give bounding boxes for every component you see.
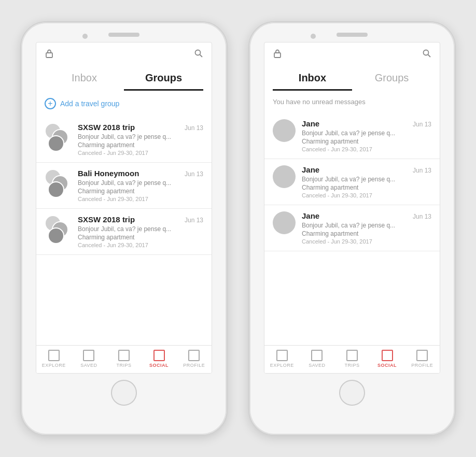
nav-label: SAVED	[80, 363, 97, 368]
avatar-group	[45, 123, 72, 150]
add-group-label: Add a travel group	[60, 99, 119, 108]
message-content: SXSW 2018 trip Jun 13 Bonjour Jubil, ca …	[78, 123, 203, 156]
message-property: Charming apartment	[302, 230, 431, 237]
sender-name: Jane	[302, 119, 319, 128]
nav-label: TRIPS	[344, 363, 359, 368]
nav-explore-1[interactable]: EXPLORE	[41, 350, 67, 368]
message-date: Jun 13	[413, 121, 431, 128]
avatar	[273, 165, 296, 188]
home-button-2[interactable]	[339, 380, 365, 406]
search-icon-1[interactable]	[194, 49, 203, 61]
explore-icon	[276, 350, 288, 361]
phone-1: Inbox Groups + Add a travel group	[20, 21, 228, 436]
nav-profile-1[interactable]: PROFILE	[181, 350, 207, 368]
nav-saved-2[interactable]: SAVED	[304, 350, 330, 368]
nav-explore-2[interactable]: EXPLORE	[269, 350, 295, 368]
group-name: SXSW 2018 trip	[78, 123, 135, 132]
list-item[interactable]: SXSW 2018 trip Jun 13 Bonjour Jubil, ca …	[36, 117, 212, 163]
screen-body-2: You have no unread messages Jane Jun 13 …	[264, 91, 440, 345]
add-group-icon: +	[45, 98, 56, 109]
message-property: Charming apartment	[302, 184, 431, 191]
message-content: Jane Jun 13 Bonjour Jubil, ca va? je pen…	[302, 211, 431, 245]
nav-label: PROFILE	[411, 363, 433, 368]
message-date: Jun 13	[185, 170, 203, 178]
message-property: Charming apartment	[302, 138, 431, 145]
message-preview: Bonjour Jubil, ca va? je pense q...	[78, 133, 203, 140]
home-button-1[interactable]	[111, 380, 137, 406]
nav-trips-2[interactable]: TRIPS	[339, 350, 365, 368]
nav-label: EXPLORE	[42, 363, 66, 368]
lock-icon-1	[45, 49, 54, 61]
nav-social-2[interactable]: SOCIAL	[374, 350, 400, 368]
search-icon-2[interactable]	[422, 49, 431, 61]
message-property: Charming apartment	[78, 234, 203, 241]
nav-social-1[interactable]: SOCIAL	[146, 350, 172, 368]
message-top: SXSW 2018 trip Jun 13	[78, 123, 203, 132]
message-top: Jane Jun 13	[302, 165, 431, 174]
group-name: SXSW 2018 trip	[78, 215, 135, 224]
tabs-2: Inbox Groups	[264, 65, 440, 91]
trips-icon	[118, 350, 130, 361]
tabs-1: Inbox Groups	[36, 65, 212, 91]
message-top: SXSW 2018 trip Jun 13	[78, 215, 203, 224]
svg-point-4	[424, 50, 429, 55]
svg-rect-0	[46, 53, 52, 58]
avatar	[48, 227, 64, 244]
message-status: Canceled - Jun 29-30, 2017	[78, 196, 203, 202]
message-content: SXSW 2018 trip Jun 13 Bonjour Jubil, ca …	[78, 215, 203, 248]
add-group-button[interactable]: + Add a travel group	[36, 91, 212, 117]
list-item[interactable]: Jane Jun 13 Bonjour Jubil, ca va? je pen…	[264, 205, 440, 251]
list-item[interactable]: Jane Jun 13 Bonjour Jubil, ca va? je pen…	[264, 113, 440, 159]
message-top: Jane Jun 13	[302, 119, 431, 128]
nav-label: PROFILE	[183, 363, 205, 368]
group-name: Bali Honeymoon	[78, 169, 139, 178]
sender-name: Jane	[302, 211, 319, 220]
message-content: Jane Jun 13 Bonjour Jubil, ca va? je pen…	[302, 119, 431, 152]
message-date: Jun 13	[413, 167, 431, 174]
tab-inbox-1[interactable]: Inbox	[45, 69, 124, 91]
message-date: Jun 13	[185, 217, 203, 224]
avatar	[273, 119, 296, 142]
tab-inbox-2[interactable]: Inbox	[273, 69, 352, 91]
avatar	[48, 181, 64, 198]
phone-camera-2	[311, 34, 316, 39]
nav-label: SAVED	[309, 363, 325, 368]
svg-rect-3	[274, 53, 281, 58]
svg-line-5	[428, 55, 431, 58]
nav-label: SOCIAL	[377, 363, 397, 368]
message-property: Charming apartment	[78, 141, 203, 149]
phone-camera-1	[82, 34, 88, 39]
saved-icon	[311, 350, 323, 361]
message-status: Canceled - Jun 29-30, 2017	[302, 238, 431, 245]
message-status: Canceled - Jun 29-30, 2017	[78, 242, 203, 248]
phone-screen-2: Inbox Groups You have no unread messages…	[264, 42, 440, 374]
list-item[interactable]: Jane Jun 13 Bonjour Jubil, ca va? je pen…	[264, 159, 440, 205]
saved-icon	[83, 350, 94, 361]
message-status: Canceled - Jun 29-30, 2017	[302, 146, 431, 152]
message-date: Jun 13	[185, 124, 203, 132]
bottom-nav-1: EXPLORE SAVED TRIPS SOCIAL PROFILE	[36, 345, 212, 373]
list-item[interactable]: Bali Honeymoon Jun 13 Bonjour Jubil, ca …	[36, 163, 212, 209]
message-content: Bali Honeymoon Jun 13 Bonjour Jubil, ca …	[78, 169, 203, 202]
tab-groups-1[interactable]: Groups	[124, 69, 203, 91]
lock-icon-2	[273, 49, 282, 61]
message-top: Jane Jun 13	[302, 211, 431, 220]
message-property: Charming apartment	[78, 188, 203, 195]
message-content: Jane Jun 13 Bonjour Jubil, ca va? je pen…	[302, 165, 431, 198]
nav-label: SOCIAL	[149, 363, 169, 368]
avatar-group	[45, 215, 72, 242]
nav-label: TRIPS	[116, 363, 131, 368]
message-top: Bali Honeymoon Jun 13	[78, 169, 203, 178]
nav-trips-1[interactable]: TRIPS	[111, 350, 137, 368]
message-preview: Bonjour Jubil, ca va? je pense q...	[78, 225, 203, 233]
message-preview: Bonjour Jubil, ca va? je pense q...	[302, 222, 431, 229]
message-preview: Bonjour Jubil, ca va? je pense q...	[78, 179, 203, 187]
message-status: Canceled - Jun 29-30, 2017	[78, 150, 203, 156]
nav-saved-1[interactable]: SAVED	[76, 350, 102, 368]
screen-header-2	[264, 42, 440, 65]
no-messages-text: You have no unread messages	[264, 91, 440, 113]
list-item[interactable]: SXSW 2018 trip Jun 13 Bonjour Jubil, ca …	[36, 209, 212, 255]
nav-profile-2[interactable]: PROFILE	[409, 350, 435, 368]
tab-groups-2[interactable]: Groups	[352, 69, 431, 91]
phones-container: Inbox Groups + Add a travel group	[20, 21, 456, 436]
